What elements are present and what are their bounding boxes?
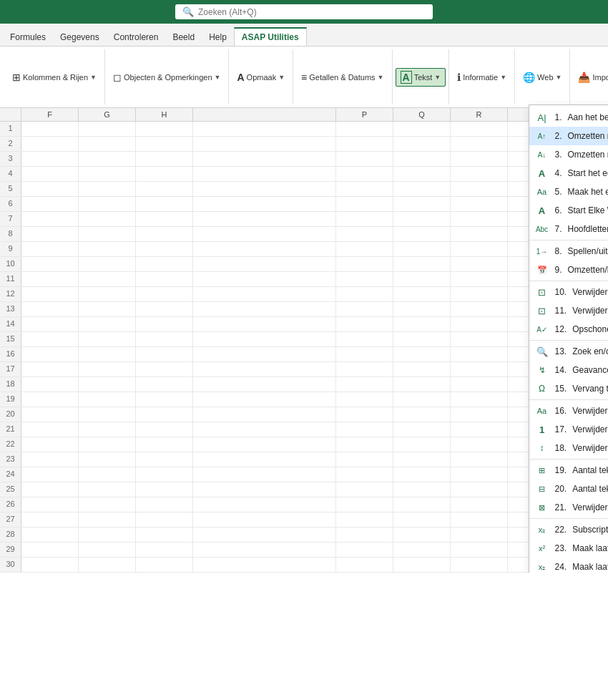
cell-q21[interactable] [393,422,451,437]
cell-h25[interactable] [136,482,193,497]
cell-f22[interactable] [21,437,79,452]
tab-formules[interactable]: Formules [3,29,53,46]
cell-h4[interactable] [136,167,193,181]
cell-f11[interactable] [21,272,79,286]
cell-p26[interactable] [336,497,393,512]
cell-r10[interactable] [451,257,508,271]
cell-r23[interactable] [451,452,508,467]
cell-g8[interactable] [79,227,136,241]
cell-q28[interactable] [393,528,451,542]
cell-q14[interactable] [393,317,451,331]
menu-item-23[interactable]: x² 23. Maak laatste teken superscript... [529,539,609,558]
cell-g18[interactable] [79,377,136,392]
cell-h10[interactable] [136,257,193,271]
cell-h7[interactable] [136,212,193,226]
cell-r8[interactable] [451,227,508,241]
cell-r30[interactable] [451,558,508,572]
btn-opmaak[interactable]: A Opmaak ▼ [232,69,290,86]
cell-h1[interactable] [136,122,193,136]
cell-r29[interactable] [451,543,508,557]
cell-p28[interactable] [336,528,393,542]
cell-h29[interactable] [136,543,193,557]
menu-item-24[interactable]: x₂ 24. Maak laatste teken subscript... [529,558,609,573]
cell-g1[interactable] [79,122,136,136]
menu-item-1[interactable]: A| 1. Aan het begin en/of einde van elke… [529,108,609,127]
cell-p29[interactable] [336,543,393,557]
cell-f25[interactable] [21,482,79,497]
cell-q29[interactable] [393,543,451,557]
cell-g19[interactable] [79,392,136,407]
cell-f30[interactable] [21,558,79,572]
cell-q23[interactable] [393,452,451,467]
cell-q17[interactable] [393,362,451,376]
tab-gegevens[interactable]: Gegevens [53,29,107,46]
cell-g11[interactable] [79,272,136,286]
cell-f8[interactable] [21,227,79,241]
cell-h13[interactable] [136,302,193,316]
menu-item-18[interactable]: ↕ 18. Verwijder regeleinden aan het eind… [529,439,609,457]
cell-h22[interactable] [136,437,193,452]
btn-importeren[interactable]: 📥 Importeren ▼ [573,69,608,86]
cell-g17[interactable] [79,362,136,376]
cell-p4[interactable] [336,167,393,181]
cell-q26[interactable] [393,497,451,512]
cell-q15[interactable] [393,332,451,346]
cell-f10[interactable] [21,257,79,271]
cell-h19[interactable] [136,392,193,407]
cell-f14[interactable] [21,317,79,331]
cell-r11[interactable] [451,272,508,286]
cell-p10[interactable] [336,257,393,271]
cell-r24[interactable] [451,467,508,482]
cell-r19[interactable] [451,392,508,407]
cell-q9[interactable] [393,242,451,256]
cell-q13[interactable] [393,302,451,316]
cell-r18[interactable] [451,377,508,392]
cell-p16[interactable] [336,347,393,361]
menu-item-3[interactable]: A↓ 3. Omzetten naar kleine letters [529,145,609,164]
cell-g2[interactable] [79,137,136,151]
cell-h8[interactable] [136,227,193,241]
cell-p30[interactable] [336,558,393,572]
menu-item-22[interactable]: x₂ 22. Subscript de nummers in Chemische… [529,520,609,539]
menu-item-16[interactable]: Aa 16. Verwijder alle letters (a-z) in d… [529,402,609,420]
menu-item-12[interactable]: A✓ 12. Opschonen gegevens en opmaak... [529,320,609,339]
cell-r15[interactable] [451,332,508,346]
cell-p19[interactable] [336,392,393,407]
cell-r5[interactable] [451,182,508,196]
cell-h15[interactable] [136,332,193,346]
cell-p23[interactable] [336,452,393,467]
cell-q11[interactable] [393,272,451,286]
cell-r13[interactable] [451,302,508,316]
cell-f5[interactable] [21,182,79,196]
menu-item-9[interactable]: 📅 9. Omzetten/herkennen datums... [529,261,609,279]
cell-h23[interactable] [136,452,193,467]
cell-f3[interactable] [21,152,79,166]
cell-q8[interactable] [393,227,451,241]
cell-p5[interactable] [336,182,393,196]
cell-g10[interactable] [79,257,136,271]
cell-g23[interactable] [79,452,136,467]
cell-g13[interactable] [79,302,136,316]
cell-f7[interactable] [21,212,79,226]
cell-r26[interactable] [451,497,508,512]
search-input[interactable] [198,7,426,17]
menu-item-2[interactable]: A↑ 2. Omzetten naar HOOFDLETTERS [529,127,609,145]
menu-item-15[interactable]: Ω 15. Vervang tekens met accenten (á, é,… [529,379,609,398]
cell-p22[interactable] [336,437,393,452]
cell-p12[interactable] [336,287,393,301]
btn-objecten[interactable]: ◻ Objecten & Opmerkingen ▼ [108,69,225,86]
cell-q2[interactable] [393,137,451,151]
cell-f20[interactable] [21,407,79,422]
cell-f1[interactable] [21,122,79,136]
cell-g4[interactable] [79,167,136,181]
menu-item-14[interactable]: ↯ 14. Geavanceerd tekens verwijderen of … [529,361,609,379]
cell-p21[interactable] [336,422,393,437]
cell-f27[interactable] [21,512,79,527]
cell-f23[interactable] [21,452,79,467]
cell-h3[interactable] [136,152,193,166]
menu-item-20[interactable]: ⊟ 20. Aantal tekens aan het einde verwij… [529,480,609,498]
cell-g22[interactable] [79,437,136,452]
cell-r20[interactable] [451,407,508,422]
menu-item-7[interactable]: Abc 7. Hoofdlettergebruik (met opties)..… [529,220,609,238]
cell-q16[interactable] [393,347,451,361]
